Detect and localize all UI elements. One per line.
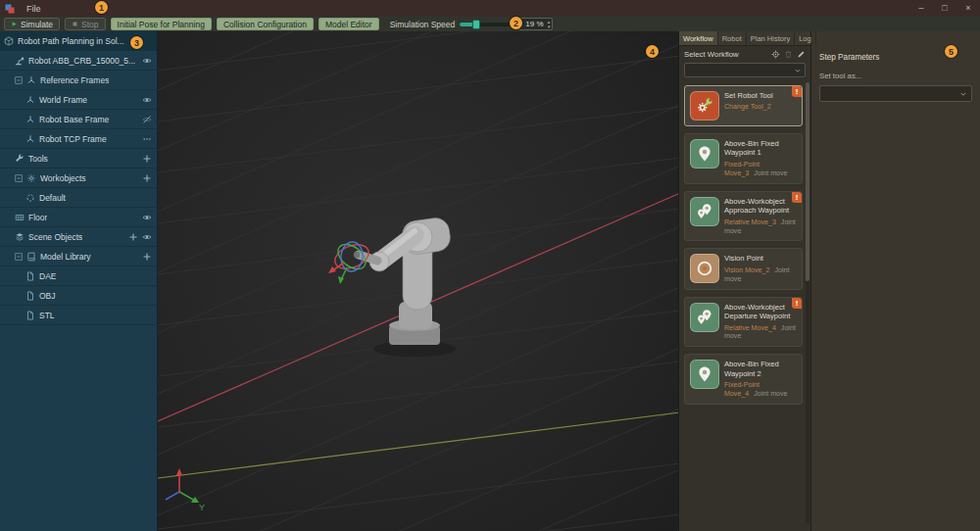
tool-dropdown[interactable] bbox=[819, 85, 972, 102]
step-title: Above-Workobject Departure Waypoint bbox=[724, 303, 797, 321]
floor-icon bbox=[15, 213, 24, 222]
close-button[interactable]: × bbox=[956, 0, 980, 17]
eye-icon[interactable] bbox=[142, 232, 152, 242]
sidebar-item-stl[interactable]: STL bbox=[0, 306, 157, 325]
step-title: Above-Bin Fixed Waypoint 1 bbox=[724, 139, 797, 158]
sidebar-item-robot-abb-crb-15000-5[interactable]: Robot ABB_CRB_15000_5... bbox=[0, 51, 157, 71]
eye-icon[interactable] bbox=[142, 56, 152, 66]
axes-icon bbox=[25, 134, 35, 144]
sidebar-item-scene-objects[interactable]: Scene Objects bbox=[0, 227, 157, 247]
plus-icon[interactable] bbox=[142, 252, 152, 262]
sidebar-item-dae[interactable]: DAE bbox=[0, 266, 157, 286]
sidebar-item-world-frame[interactable]: World Frame bbox=[0, 90, 157, 110]
sidebar-item-floor[interactable]: Floor bbox=[0, 208, 157, 227]
plus-icon[interactable] bbox=[128, 232, 138, 242]
sidebar-item-controls bbox=[142, 115, 152, 124]
axis-y-label: Y bbox=[199, 503, 205, 512]
sidebar-item-label: Workobjects bbox=[40, 173, 86, 183]
tcp-rotation-gizmo[interactable] bbox=[328, 239, 372, 284]
set-tool-as-label: Set tool as... bbox=[819, 72, 972, 80]
sidebar-item-label: Robot Path Planning in Sol... bbox=[18, 36, 124, 46]
minimize-button[interactable]: – bbox=[909, 0, 933, 17]
sidebar-item-default[interactable]: Default bbox=[0, 188, 157, 208]
simulate-button[interactable]: Simulate bbox=[4, 18, 60, 30]
collision-configuration-button[interactable]: Collision Configuration bbox=[217, 18, 314, 30]
slider-handle[interactable] bbox=[472, 20, 480, 29]
workflow-step-card-above-bin-fixed-waypoint-1[interactable]: Above-Bin Fixed Waypoint 1Fixed-Point Mo… bbox=[684, 133, 803, 184]
scrollbar-thumb[interactable] bbox=[806, 82, 809, 281]
select-workflow-label: Select Workflow bbox=[684, 50, 739, 59]
sidebar-item-reference-frames[interactable]: Reference Frames bbox=[0, 71, 157, 90]
robot-arm-model[interactable] bbox=[354, 217, 456, 357]
workflow-step-card-above-bin-fixed-waypoint-2[interactable]: Above-Bin Fixed Waypoint 2Fixed-Point Mo… bbox=[684, 354, 803, 405]
pin-icon bbox=[696, 365, 713, 383]
warning-badge: ! bbox=[792, 192, 802, 203]
workflow-steps: Set Robot ToolChange Tool_2!Above-Bin Fi… bbox=[679, 83, 810, 531]
sidebar-item-robot-tcp-frame[interactable]: Robot TCP Frame bbox=[0, 129, 157, 149]
step-title: Above-Workobject Approach Waypoint bbox=[724, 197, 797, 216]
sidebar-item-label: OBJ bbox=[39, 291, 56, 301]
pin2-icon bbox=[696, 203, 713, 220]
workflow-step-card-above-workobject-departure-waypoint[interactable]: Above-Workobject Departure WaypointRelat… bbox=[684, 297, 803, 348]
locate-icon[interactable] bbox=[771, 50, 780, 59]
workflow-scrollbar[interactable] bbox=[806, 82, 809, 523]
play-icon bbox=[11, 21, 18, 27]
tab-workflow[interactable]: Workflow bbox=[679, 31, 718, 45]
library-icon bbox=[26, 252, 36, 262]
vision-icon bbox=[696, 260, 713, 277]
tab-robot[interactable]: Robot bbox=[718, 31, 747, 45]
sidebar-item-robot-base-frame[interactable]: Robot Base Frame bbox=[0, 110, 157, 129]
wrench-icon bbox=[15, 154, 24, 164]
workflow-step-card-above-workobject-approach-waypoint[interactable]: Above-Workobject Approach WaypointRelati… bbox=[684, 191, 803, 242]
collapse-icon[interactable] bbox=[15, 76, 23, 84]
maximize-button[interactable]: □ bbox=[933, 0, 956, 17]
sidebar-item-label: Scene Objects bbox=[28, 232, 82, 242]
workflow-dropdown[interactable] bbox=[684, 63, 806, 77]
select-workflow-row: Select Workflow bbox=[679, 46, 810, 61]
app-icon bbox=[5, 4, 15, 14]
simulation-speed-slider[interactable] bbox=[460, 23, 514, 26]
stop-button[interactable]: Stop bbox=[65, 18, 106, 30]
sidebar-item-controls bbox=[142, 134, 152, 144]
edit-icon[interactable] bbox=[797, 50, 806, 59]
sidebar-item-label: Model Library bbox=[40, 252, 91, 262]
collapse-icon[interactable] bbox=[15, 253, 23, 261]
workflow-step-card-set-robot-tool[interactable]: Set Robot ToolChange Tool_2! bbox=[684, 85, 803, 126]
step-subtitle: Relative Move_3Joint move bbox=[724, 218, 797, 236]
plus-icon[interactable] bbox=[142, 154, 152, 164]
tab-log[interactable]: Log bbox=[795, 31, 816, 45]
sidebar-item-label: Robot Base Frame bbox=[39, 115, 109, 124]
tab-plan-history[interactable]: Plan History bbox=[747, 31, 795, 45]
warning-badge: ! bbox=[792, 86, 802, 97]
sidebar-item-obj[interactable]: OBJ bbox=[0, 286, 157, 306]
step-subtitle: Change Tool_2 bbox=[724, 103, 773, 112]
eye-icon[interactable] bbox=[142, 95, 152, 105]
eye-icon[interactable] bbox=[142, 213, 152, 222]
initial-pose-button[interactable]: Initial Pose for Planning bbox=[111, 18, 212, 30]
step-subtitle: Fixed-Point Move_4Joint move bbox=[724, 381, 797, 399]
dots-icon[interactable] bbox=[142, 134, 152, 144]
tool-icon bbox=[696, 97, 713, 115]
sidebar-item-label: STL bbox=[39, 311, 55, 320]
sidebar-item-workobjects[interactable]: Workobjects bbox=[0, 169, 157, 188]
spin-down-icon[interactable]: ▾ bbox=[548, 24, 551, 29]
workflow-panel: WorkflowRobotPlan HistoryLog Select Work… bbox=[678, 31, 810, 531]
model-editor-button[interactable]: Model Editor bbox=[318, 18, 379, 30]
step-tile bbox=[690, 139, 719, 169]
plus-icon[interactable] bbox=[142, 173, 152, 183]
sidebar-item-model-library[interactable]: Model Library bbox=[0, 247, 157, 266]
collapse-icon[interactable] bbox=[15, 174, 23, 182]
robot-icon bbox=[15, 56, 24, 66]
menu-file[interactable]: File bbox=[21, 0, 47, 17]
sidebar-item-label: Default bbox=[39, 193, 66, 203]
step-parameters-panel: Step Parameters Set tool as... bbox=[810, 31, 980, 531]
delete-icon[interactable] bbox=[784, 50, 793, 59]
step-subtitle: Relative Move_4Joint move bbox=[724, 324, 797, 342]
viewport-3d[interactable]: Y bbox=[158, 31, 678, 531]
sidebar-item-tools[interactable]: Tools bbox=[0, 149, 157, 169]
speed-spinbox[interactable]: 19 % ▴▾ bbox=[518, 18, 553, 30]
sidebar-item-controls bbox=[142, 252, 152, 262]
spinbox-arrows[interactable]: ▴▾ bbox=[548, 20, 551, 28]
eye-off-icon[interactable] bbox=[142, 115, 152, 124]
workflow-step-card-vision-point[interactable]: Vision PointVision Move_2Joint move bbox=[684, 248, 803, 289]
